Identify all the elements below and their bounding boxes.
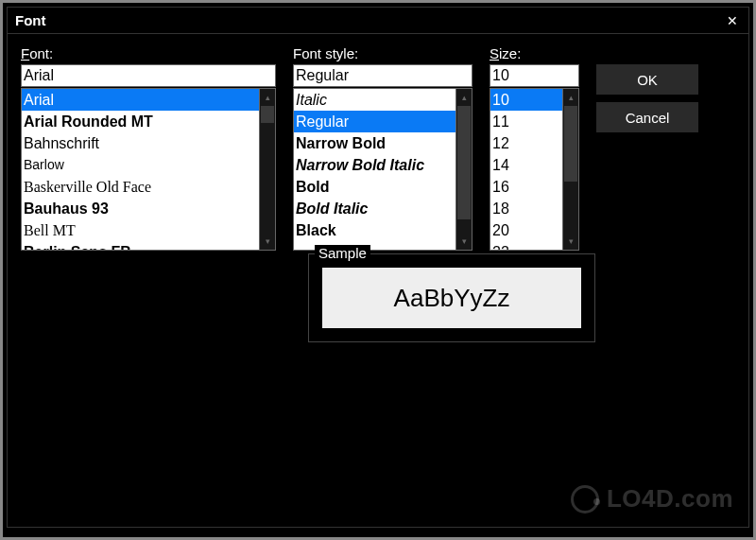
font-listbox[interactable]: ArialArial Rounded MTBahnschriftBarlowBa…	[21, 88, 276, 251]
list-item[interactable]: Arial	[22, 89, 259, 111]
font-column: Font: ArialArial Rounded MTBahnschriftBa…	[21, 45, 276, 251]
list-item[interactable]: Italic	[294, 89, 455, 111]
scroll-up-icon[interactable]: ▴	[260, 89, 275, 106]
scroll-down-icon[interactable]: ▾	[456, 233, 472, 250]
list-item[interactable]: 22	[490, 241, 562, 251]
list-item[interactable]: Barlow	[22, 154, 259, 176]
size-listbox[interactable]: 1011121416182022 ▴ ▾	[490, 88, 579, 251]
titlebar: Font ✕	[8, 8, 748, 34]
sample-label: Sample	[315, 245, 370, 261]
scroll-thumb[interactable]	[457, 106, 471, 219]
size-scrollbar[interactable]: ▴ ▾	[562, 88, 579, 251]
sample-preview: AaBbYyZz	[322, 268, 581, 328]
list-item[interactable]: Bauhaus 93	[22, 198, 259, 219]
list-item[interactable]: Baskerville Old Face	[22, 176, 259, 198]
list-item[interactable]: 11	[490, 111, 562, 132]
font-dialog: Font ✕ Font: ArialArial Rounded MTBahnsc…	[7, 7, 749, 528]
cancel-button[interactable]: Cancel	[596, 102, 698, 132]
font-input[interactable]	[21, 64, 276, 87]
close-button[interactable]: ✕	[718, 9, 747, 33]
font-label: Font:	[21, 45, 276, 61]
style-input[interactable]	[293, 64, 472, 87]
list-item[interactable]: Narrow Bold Italic	[294, 154, 455, 176]
list-item[interactable]: Bold Italic	[294, 198, 455, 219]
list-item[interactable]: Bell MT	[22, 219, 259, 241]
list-item[interactable]: Bahnschrift	[22, 132, 259, 154]
size-column: Size: 1011121416182022 ▴ ▾	[490, 45, 579, 251]
scroll-thumb[interactable]	[564, 106, 577, 182]
scroll-down-icon[interactable]: ▾	[260, 233, 275, 250]
list-item[interactable]: Regular	[294, 111, 455, 132]
window-title: Font	[15, 12, 45, 28]
list-item[interactable]: 10	[490, 89, 562, 111]
list-item[interactable]: 18	[490, 198, 562, 219]
list-item[interactable]: 20	[490, 219, 562, 241]
watermark: LO4D.com	[571, 484, 733, 514]
size-label: Size:	[490, 45, 579, 61]
style-column: Font style: ItalicRegularNarrow BoldNarr…	[293, 45, 472, 251]
style-listbox[interactable]: ItalicRegularNarrow BoldNarrow Bold Ital…	[293, 88, 472, 251]
close-icon: ✕	[727, 13, 738, 28]
scroll-up-icon[interactable]: ▴	[456, 89, 472, 106]
list-item[interactable]: 14	[490, 154, 562, 176]
scroll-thumb[interactable]	[261, 106, 274, 123]
ok-button[interactable]: OK	[596, 64, 698, 95]
list-item[interactable]: Arial Rounded MT	[22, 111, 259, 132]
list-item[interactable]: Bold	[294, 176, 455, 198]
style-label: Font style:	[293, 45, 472, 61]
list-item[interactable]: Black	[294, 219, 455, 241]
list-item[interactable]: Narrow Bold	[294, 132, 455, 154]
scroll-down-icon[interactable]: ▾	[563, 233, 578, 250]
dialog-content: Font: ArialArial Rounded MTBahnschriftBa…	[8, 34, 748, 262]
watermark-text: LO4D.com	[607, 484, 733, 514]
watermark-icon	[571, 485, 599, 514]
list-item[interactable]: 12	[490, 132, 562, 154]
list-item[interactable]: Berlin Sans FB	[22, 241, 259, 251]
list-item[interactable]: 16	[490, 176, 562, 198]
button-column: OK Cancel	[596, 45, 698, 132]
font-scrollbar[interactable]: ▴ ▾	[259, 88, 276, 251]
sample-group: Sample AaBbYyZz	[308, 253, 595, 342]
style-scrollbar[interactable]: ▴ ▾	[455, 88, 472, 251]
size-input[interactable]	[490, 64, 579, 87]
scroll-up-icon[interactable]: ▴	[563, 89, 578, 106]
